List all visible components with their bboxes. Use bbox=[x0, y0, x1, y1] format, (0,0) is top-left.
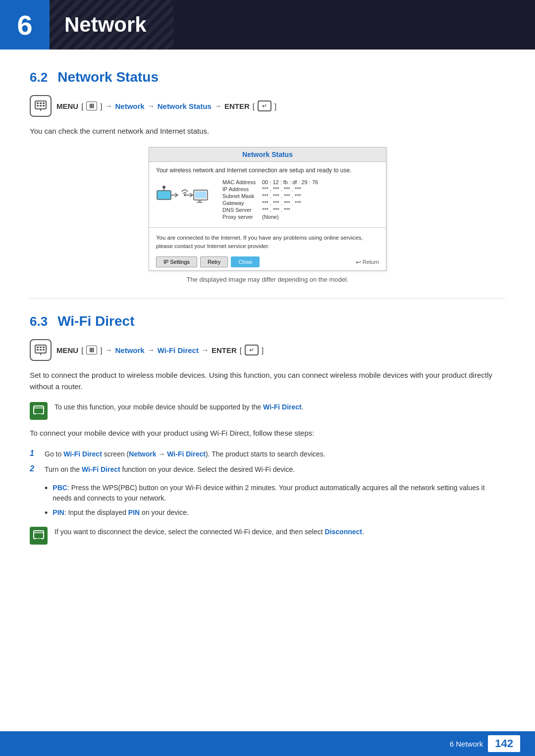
ns-buttons-row: IP Settings Retry Close ↩ Return bbox=[149, 254, 386, 270]
bracket-close-6-3: ] bbox=[100, 346, 102, 354]
ns-detail-row: DNS Server *** . *** . *** bbox=[220, 206, 379, 213]
step-num-2: 2 bbox=[30, 464, 39, 473]
svg-point-13 bbox=[184, 194, 186, 196]
enter-label-6-3: ENTER bbox=[212, 346, 237, 354]
section-6-3-heading: 6.3 Wi-Fi Direct bbox=[30, 313, 505, 329]
menu-label-6-3: MENU bbox=[56, 346, 78, 354]
menu-label: MENU bbox=[56, 102, 78, 110]
ns-label-proxy: Proxy server bbox=[220, 213, 260, 220]
ns-detail-row: Gateway *** . *** . *** . *** bbox=[220, 200, 379, 206]
return-label: ↩ Return bbox=[356, 258, 379, 266]
enter-label: ENTER bbox=[224, 102, 250, 110]
enter-icon: ↵ bbox=[258, 101, 271, 111]
svg-rect-16 bbox=[195, 192, 206, 198]
ns-value-dns: *** . *** . *** bbox=[260, 206, 379, 213]
svg-rect-26 bbox=[40, 349, 42, 351]
section-6-2-caption: The displayed image may differ depending… bbox=[30, 276, 505, 283]
svg-rect-5 bbox=[43, 102, 45, 104]
ns-label-ip: IP Address bbox=[220, 186, 260, 193]
svg-rect-6 bbox=[37, 105, 39, 106]
bullet-list: • PBC: Press the WPS(PBC) button on your… bbox=[45, 483, 505, 519]
ns-detail-row: Proxy server (None) bbox=[220, 213, 379, 220]
svg-rect-9 bbox=[157, 191, 171, 200]
chapter-number: 6 bbox=[0, 0, 50, 50]
ns-label-dns: DNS Server bbox=[220, 206, 260, 213]
step-item-2: 2 Turn on the Wi-Fi Direct function on y… bbox=[30, 464, 505, 475]
svg-rect-24 bbox=[43, 347, 45, 348]
section-6-3-title: Wi-Fi Direct bbox=[57, 313, 134, 329]
svg-rect-4 bbox=[40, 102, 42, 104]
section-6-2-heading: 6.2 Network Status bbox=[30, 69, 505, 85]
ns-bottom-message: You are connected to the Internet. If yo… bbox=[149, 232, 386, 255]
menu-path-6-2: MENU [ ⊞ ] → Network → Network Status → … bbox=[30, 95, 505, 117]
main-content: 6.2 Network Status MENU [ ⊞ ] → Network … bbox=[0, 50, 535, 756]
svg-marker-30 bbox=[36, 414, 42, 417]
footer-chapter-label: 6 Network bbox=[450, 740, 483, 748]
section-divider bbox=[30, 298, 505, 299]
note-row-1: To use this function, your mobile device… bbox=[30, 402, 505, 420]
step-num-1: 1 bbox=[30, 449, 39, 458]
bullet-text-pbc: PBC: Press the WPS(PBC) button on your W… bbox=[53, 483, 505, 504]
enter-bracket-open-6-3: [ bbox=[240, 346, 242, 354]
enter-bracket-close: ] bbox=[274, 102, 276, 110]
ns-value-proxy: (None) bbox=[260, 213, 379, 220]
menu-step2-6-3: Wi-Fi Direct bbox=[158, 346, 199, 354]
menu-grid-icon-6-3: ⊞ bbox=[86, 346, 97, 354]
note-icon-2 bbox=[30, 527, 48, 545]
bullet-dot-pin: • bbox=[45, 507, 48, 519]
step-text-2: Turn on the Wi-Fi Direct function on you… bbox=[45, 464, 295, 475]
ns-value-ip: *** . *** . *** . *** bbox=[260, 186, 379, 193]
chapter-title: Network bbox=[64, 13, 147, 37]
menu-step1: Network bbox=[115, 102, 145, 110]
section-6-3-number: 6.3 bbox=[30, 314, 48, 329]
enter-icon-6-3: ↵ bbox=[245, 345, 259, 355]
menu-icon bbox=[30, 95, 52, 117]
menu-bracket-close-1: ] bbox=[100, 102, 102, 110]
svg-rect-8 bbox=[43, 105, 45, 106]
page-footer: 6 Network 142 bbox=[0, 731, 535, 756]
retry-button[interactable]: Retry bbox=[200, 256, 228, 267]
ip-settings-button[interactable]: IP Settings bbox=[156, 256, 197, 267]
section-6-2-title: Network Status bbox=[57, 69, 159, 85]
svg-rect-25 bbox=[37, 349, 39, 351]
note-icon-1 bbox=[30, 402, 48, 420]
ns-detail-row: MAC Address 00 : 12 : fb : df : 29 : 76 bbox=[220, 179, 379, 186]
ns-details: MAC Address 00 : 12 : fb : df : 29 : 76 … bbox=[220, 179, 379, 220]
arrow-3: → bbox=[214, 102, 221, 110]
svg-rect-27 bbox=[43, 349, 45, 351]
step-item-1: 1 Go to Wi-Fi Direct screen (Network → W… bbox=[30, 449, 505, 459]
bullet-dot-pbc: • bbox=[45, 483, 48, 494]
section-6-3-description: Set to connect the product to wireless m… bbox=[30, 370, 505, 392]
bullet-item-pbc: • PBC: Press the WPS(PBC) button on your… bbox=[45, 483, 505, 504]
ns-detail-row: IP Address *** . *** . *** . *** bbox=[220, 186, 379, 193]
arrow-6-3-3: → bbox=[202, 346, 209, 354]
note-icon-svg-2 bbox=[32, 529, 46, 543]
numbered-list: 1 Go to Wi-Fi Direct screen (Network → W… bbox=[30, 449, 505, 475]
intro-steps-text: To connect your mobile device with your … bbox=[30, 428, 505, 439]
section-6-2-number: 6.2 bbox=[30, 70, 48, 85]
ns-divider bbox=[149, 227, 386, 228]
bracket-open-6-3: [ bbox=[81, 346, 83, 354]
svg-rect-18 bbox=[197, 202, 203, 203]
close-button[interactable]: Close bbox=[231, 256, 260, 267]
note-icon-svg-1 bbox=[32, 404, 46, 418]
menu-icon-6-3 bbox=[30, 339, 52, 361]
ns-top-message: Your wireless network and Internet conne… bbox=[156, 167, 379, 174]
note-row-2: If you want to disconnect the device, se… bbox=[30, 527, 505, 545]
note-text-2: If you want to disconnect the device, se… bbox=[54, 527, 364, 537]
menu-step1-6-3: Network bbox=[115, 346, 145, 354]
step-text-1: Go to Wi-Fi Direct screen (Network → Wi-… bbox=[45, 449, 325, 459]
network-diagram-svg bbox=[156, 182, 215, 206]
arrow-6-3-1: → bbox=[106, 346, 112, 354]
svg-point-11 bbox=[162, 186, 165, 189]
ns-detail-row: Subnet Mask *** . *** . *** . *** bbox=[220, 193, 379, 200]
svg-rect-23 bbox=[40, 347, 42, 348]
footer-page-number: 142 bbox=[488, 735, 520, 752]
menu-step2: Network Status bbox=[158, 102, 212, 110]
svg-marker-33 bbox=[36, 539, 42, 542]
network-status-title: Network Status bbox=[149, 148, 386, 162]
enter-bracket-close-6-3: ] bbox=[262, 346, 264, 354]
svg-rect-3 bbox=[37, 102, 39, 104]
ns-value-gateway: *** . *** . *** . *** bbox=[260, 200, 379, 206]
return-icon: ↩ bbox=[356, 258, 361, 266]
